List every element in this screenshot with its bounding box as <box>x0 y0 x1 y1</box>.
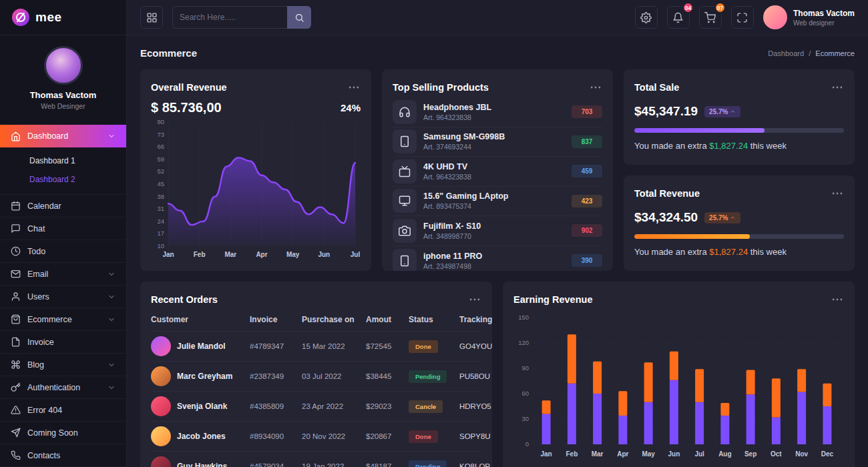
sidebar-item-chat[interactable]: Chat <box>0 217 126 240</box>
sidebar-item-calendar[interactable]: Calendar <box>0 195 126 217</box>
invoice-cell: #4789347 <box>250 342 302 350</box>
progress-fill <box>634 128 765 133</box>
card-title: Overall Revenue <box>151 82 227 93</box>
notifications-button[interactable]: 04 <box>667 6 690 29</box>
sidebar-item-label: Chat <box>27 224 45 234</box>
svg-text:120: 120 <box>518 339 529 346</box>
sidebar-item-label: Ecommerce <box>27 315 72 324</box>
customer-name: Guy Hawkins <box>177 462 227 467</box>
card-menu-button[interactable] <box>831 187 844 200</box>
tv-icon <box>399 165 411 177</box>
svg-text:24: 24 <box>157 217 164 225</box>
svg-text:Jan: Jan <box>541 450 552 458</box>
sidebar-item-invoice[interactable]: Invoice <box>0 331 126 354</box>
user-menu[interactable]: Thomas Vactom Web designer <box>763 5 855 29</box>
invoice-cell: #8934090 <box>250 432 302 440</box>
breadcrumb-separator: / <box>809 49 811 57</box>
svg-text:Nov: Nov <box>795 450 808 458</box>
camera-icon <box>399 225 411 237</box>
list-item[interactable]: iphone 11 PROArt. 234987498 390 <box>393 246 602 272</box>
caret-up-icon <box>730 215 736 221</box>
chevron-down-icon <box>107 132 116 140</box>
card-menu-button[interactable] <box>347 81 361 94</box>
cards-row-1: Overall Revenue $ 85.736,00 24% 80736659… <box>140 69 855 271</box>
cart-icon <box>704 12 716 23</box>
fullscreen-button[interactable] <box>731 6 754 29</box>
profile-avatar[interactable] <box>44 46 83 85</box>
customer-name: Marc Greyham <box>177 372 232 381</box>
sidebar-item-email[interactable]: Email <box>0 263 126 286</box>
card-menu-button[interactable] <box>831 81 844 94</box>
sidebar-nav: Dashboard Dashboard 1 Dashboard 2 Calend… <box>0 125 126 467</box>
svg-text:30: 30 <box>521 415 529 422</box>
settings-button[interactable] <box>635 6 658 29</box>
sidebar-item-dashboard-1[interactable]: Dashboard 1 <box>0 151 126 170</box>
list-item[interactable]: Fujifilm X- S10Art. 348998770 902 <box>393 216 602 246</box>
sidebar-item-blog[interactable]: Blog <box>0 354 126 376</box>
search-input[interactable] <box>172 6 287 29</box>
sidebar-item-ecommerce[interactable]: Ecommerce <box>0 308 126 331</box>
breadcrumb-dashboard[interactable]: Dashboard <box>768 49 804 57</box>
sidebar-item-users[interactable]: Users <box>0 286 126 308</box>
sidebar-item-dashboard[interactable]: Dashboard <box>0 125 126 147</box>
cart-button[interactable]: 07 <box>699 6 722 29</box>
smartphone-icon <box>399 135 411 147</box>
customer-name: Julie Mandol <box>177 342 226 351</box>
topbar: 04 07 Thomas Vactom Web designer <box>127 0 868 35</box>
cart-badge: 07 <box>714 2 726 13</box>
list-item[interactable]: 4K UHD TVArt. 964323838 459 <box>393 157 602 187</box>
search-button[interactable] <box>287 6 311 29</box>
svg-text:66: 66 <box>157 143 164 150</box>
date-cell: 20 Nov 2022 <box>302 432 366 440</box>
sidebar-item-coming-soon[interactable]: Coming Soon <box>0 422 126 444</box>
sidebar-item-label: Coming Soon <box>27 428 78 438</box>
overall-revenue-card: Overall Revenue $ 85.736,00 24% 80736659… <box>140 69 371 271</box>
amount-cell: $48187 <box>366 462 409 467</box>
page-title: Ecommerce <box>140 47 197 59</box>
brand-logo[interactable]: mee <box>0 0 126 35</box>
sidebar-profile: Thomas Vactom Web Desinger <box>0 35 126 118</box>
table-row[interactable]: Marc Greyham #2387349 03 Jul 2022 $38445… <box>151 362 481 392</box>
sidebar-item-contacts[interactable]: Contacts <box>0 444 126 467</box>
product-name: Samsung SM-G998B <box>423 132 505 141</box>
avatar <box>763 5 787 29</box>
column-header: Status <box>409 315 459 324</box>
list-item[interactable]: Headphones JBLArt. 964323838 703 <box>393 97 602 127</box>
table-row[interactable]: Jacob Jones #8934090 20 Nov 2022 $20867 … <box>151 422 481 452</box>
table-row[interactable]: Julie Mandol #4789347 15 Mar 2022 $72545… <box>151 332 481 362</box>
progress-fill <box>634 234 750 239</box>
list-item[interactable]: Samsung SM-G998BArt. 374693244 837 <box>393 127 602 157</box>
sidebar-item-authentication[interactable]: Authentication <box>0 376 126 399</box>
svg-text:May: May <box>642 450 655 458</box>
profile-name: Thomas Vactom <box>0 90 126 100</box>
table-row[interactable]: Guy Hawkins #4579034 19 Jan 2022 $48187 … <box>151 452 481 467</box>
sidebar-item-label: Users <box>27 292 49 302</box>
topbar-actions: 04 07 Thomas Vactom Web designer <box>635 5 855 29</box>
tracking-cell: HDRYO5 <box>459 402 491 410</box>
table-row[interactable]: Svenja Olank #4385809 23 Apr 2022 $29023… <box>151 392 481 422</box>
overall-revenue-percent: 24% <box>341 102 361 113</box>
total-revenue-amount: $34,324.50 <box>634 210 698 225</box>
card-menu-button[interactable] <box>831 293 844 306</box>
brand-name: mee <box>35 10 62 25</box>
product-name: 4K UHD TV <box>423 162 471 171</box>
amount-cell: $72545 <box>366 342 409 350</box>
headphones-icon <box>399 106 411 118</box>
apps-grid-button[interactable] <box>140 6 163 29</box>
card-menu-button[interactable] <box>589 81 602 94</box>
cards-row-2: Recent Orders Customer Invoice Pusrchase… <box>140 282 855 467</box>
list-item[interactable]: 15.6" Gaming LAptopArt. 893475374 423 <box>393 187 602 217</box>
svg-text:38: 38 <box>157 193 164 200</box>
caret-up-icon <box>730 109 736 115</box>
svg-text:Jul: Jul <box>351 251 361 258</box>
svg-text:Mar: Mar <box>592 450 604 458</box>
sidebar-item-todo[interactable]: Todo <box>0 240 126 263</box>
svg-text:Jun: Jun <box>668 450 680 458</box>
sidebar-item-dashboard-2[interactable]: Dashboard 2 <box>0 170 126 189</box>
status-badge: Done <box>409 430 438 443</box>
sidebar-item-error-404[interactable]: Error 404 <box>0 399 126 422</box>
card-menu-button[interactable] <box>468 293 481 306</box>
sidebar-item-label: Todo <box>27 247 45 256</box>
svg-text:17: 17 <box>157 229 164 237</box>
trend-badge: 25.7% <box>704 106 740 117</box>
